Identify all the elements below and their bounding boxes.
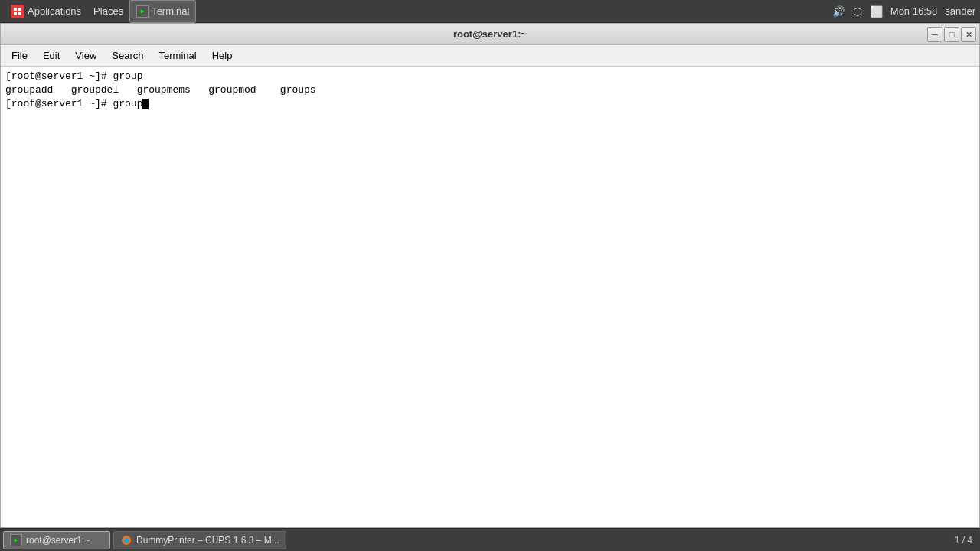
bluetooth-icon[interactable]: ⬡ <box>853 5 862 18</box>
workspace-pager: 1 / 4 <box>955 535 977 546</box>
menu-edit[interactable]: Edit <box>35 47 67 65</box>
system-bar-right: 🔊 ⬡ ⬜ Mon 16:58 sander <box>832 5 975 18</box>
svg-rect-2 <box>14 12 17 15</box>
terminal-icon: ▶ <box>136 5 149 18</box>
terminal-small-icon: ▶ <box>10 534 22 546</box>
volume-icon[interactable]: 🔊 <box>832 5 845 18</box>
system-bar-left: Applications Places ▶ Terminal <box>5 0 196 23</box>
places-label: Places <box>93 5 123 17</box>
terminal-menu[interactable]: ▶ Terminal <box>129 0 196 23</box>
menu-view[interactable]: View <box>67 47 104 65</box>
taskbar-terminal-label: root@server1:~ <box>26 535 90 546</box>
menu-search[interactable]: Search <box>104 47 151 65</box>
menu-bar: File Edit View Search Terminal Help <box>1 45 979 67</box>
maximize-button[interactable]: □ <box>944 27 959 42</box>
applications-label: Applications <box>28 5 81 17</box>
applications-icon <box>11 5 24 18</box>
firefox-svg <box>121 535 132 546</box>
title-bar: root@server1:~ ─ □ ✕ <box>1 24 979 45</box>
taskbar-firefox[interactable]: DummyPrinter – CUPS 1.6.3 – M... <box>113 531 286 549</box>
taskbar-terminal-icon: ▶ <box>10 534 22 546</box>
terminal-label: Terminal <box>152 5 189 17</box>
window-controls: ─ □ ✕ <box>927 27 976 42</box>
power-icon[interactable]: ⬜ <box>870 5 883 18</box>
clock: Mon 16:58 <box>890 5 937 17</box>
menu-terminal[interactable]: Terminal <box>152 47 204 65</box>
apps-svg <box>13 7 22 16</box>
svg-rect-3 <box>18 12 21 15</box>
close-button[interactable]: ✕ <box>961 27 976 42</box>
svg-rect-0 <box>14 8 17 11</box>
menu-help[interactable]: Help <box>204 47 240 65</box>
taskbar-terminal[interactable]: ▶ root@server1:~ <box>3 531 110 549</box>
taskbar: ▶ root@server1:~ DummyPrinter – CUPS 1.6… <box>0 528 980 551</box>
taskbar-firefox-label: DummyPrinter – CUPS 1.6.3 – M... <box>136 535 279 546</box>
window-title: root@server1:~ <box>453 28 527 40</box>
terminal-content[interactable]: [root@server1 ~]# group groupadd groupde… <box>1 67 979 527</box>
svg-rect-1 <box>18 8 21 11</box>
terminal-window: root@server1:~ ─ □ ✕ File Edit View Sear… <box>0 23 980 528</box>
terminal-cursor <box>142 99 149 109</box>
places-menu[interactable]: Places <box>87 0 129 23</box>
svg-point-5 <box>124 538 129 543</box>
system-bar: Applications Places ▶ Terminal 🔊 ⬡ ⬜ Mon… <box>0 0 980 23</box>
menu-file[interactable]: File <box>4 47 35 65</box>
minimize-button[interactable]: ─ <box>927 27 942 42</box>
username: sander <box>945 5 975 17</box>
pager-label: 1 / 4 <box>955 535 972 546</box>
applications-menu[interactable]: Applications <box>5 0 87 23</box>
firefox-icon <box>120 534 132 546</box>
